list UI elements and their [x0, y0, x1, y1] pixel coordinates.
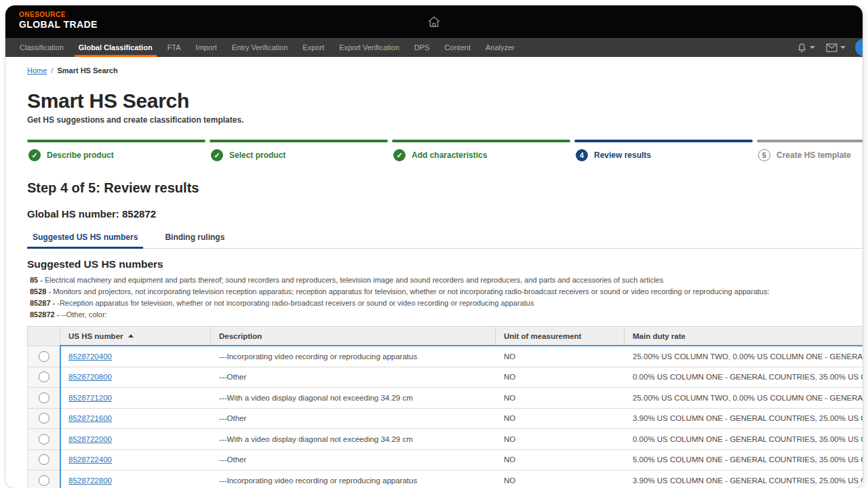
- main-nav: Classification Global Classification FTA…: [5, 38, 863, 57]
- hierarchy-line: 85287--Reception apparatus for televisio…: [30, 298, 863, 309]
- nav-item-classification[interactable]: Classification: [12, 38, 71, 57]
- step-describe-product[interactable]: Describe product: [27, 140, 205, 161]
- nav-item-export[interactable]: Export: [295, 38, 332, 57]
- hs-hierarchy: 85-Electrical machinery and equipment an…: [30, 274, 863, 321]
- step-number-badge: 5: [758, 149, 770, 161]
- hierarchy-code: 85: [30, 276, 38, 284]
- step-bar: [392, 140, 570, 142]
- row-description: ---With a video display diagonal not exc…: [211, 429, 496, 449]
- step-select-product[interactable]: Select product: [210, 140, 388, 161]
- bell-icon: [797, 43, 807, 53]
- header-description[interactable]: Description: [211, 327, 496, 346]
- hierarchy-text: Monitors and projectors, not incorporati…: [53, 287, 770, 296]
- row-unit: NO: [496, 450, 625, 470]
- table-row[interactable]: 8528722400 ---Other NO 5.00% US COLUMN O…: [27, 450, 863, 471]
- user-avatar[interactable]: [855, 39, 863, 56]
- nav-item-entry-verification[interactable]: Entry Verification: [224, 38, 296, 57]
- notifications-menu[interactable]: [791, 43, 821, 53]
- hs-number-link[interactable]: 8528722800: [68, 476, 112, 485]
- chevron-down-icon: [840, 46, 846, 49]
- row-duty-rate: 3.90% US COLUMN ONE - GENERAL COUNTRIES,…: [625, 409, 863, 429]
- home-icon[interactable]: [427, 16, 441, 28]
- table-row[interactable]: 8528720400 ---Incorporating video record…: [27, 346, 863, 367]
- step-label: Select product: [229, 150, 285, 160]
- hs-number-link[interactable]: 8528722400: [68, 455, 112, 464]
- nav-item-dps[interactable]: DPS: [407, 38, 437, 57]
- column-label: Unit of measurement: [504, 332, 581, 340]
- global-hs-number: Global HS number: 852872: [27, 208, 863, 220]
- table-row[interactable]: 8528722000 ---With a video display diago…: [27, 429, 863, 450]
- table-row[interactable]: 8528722800 ---Incorporating video record…: [27, 470, 863, 488]
- nav-item-content[interactable]: Content: [437, 38, 478, 57]
- step-label: Describe product: [47, 150, 114, 160]
- row-unit: NO: [496, 409, 625, 429]
- row-duty-rate: 3.90% US COLUMN ONE - GENERAL COUNTRIES,…: [625, 470, 863, 488]
- nav-item-fta[interactable]: FTA: [160, 38, 189, 57]
- header-main-duty-rate[interactable]: Main duty rate: [625, 327, 863, 346]
- nav-item-global-classification[interactable]: Global Classification: [71, 38, 160, 57]
- check-circle-icon: [211, 149, 223, 161]
- hierarchy-dash: -: [55, 310, 62, 319]
- breadcrumb-current: Smart HS Search: [57, 66, 117, 75]
- table-row[interactable]: 8528720800 ---Other NO 0.00% US COLUMN O…: [27, 367, 863, 388]
- sort-ascending-icon: [128, 334, 134, 338]
- breadcrumb: Home / Smart HS Search: [5, 57, 863, 75]
- step-bar: [27, 140, 205, 142]
- column-label: US HS number: [68, 332, 123, 340]
- step-bar: [210, 140, 388, 142]
- hs-number-link[interactable]: 8528720800: [68, 373, 112, 381]
- nav-item-analyzer[interactable]: Analyzer: [478, 38, 522, 57]
- column-label: Main duty rate: [633, 332, 686, 340]
- step-add-characteristics[interactable]: Add characteristics: [392, 140, 570, 161]
- results-tabs: Suggested US HS numbers Binding rulings: [27, 228, 863, 249]
- row-description: ---Other: [211, 367, 496, 388]
- step-label: Review results: [594, 150, 651, 160]
- row-radio-button[interactable]: [39, 454, 50, 465]
- step-label: Add characteristics: [412, 150, 487, 160]
- row-unit: NO: [496, 346, 625, 367]
- tab-binding-rulings[interactable]: Binding rulings: [159, 228, 230, 248]
- header-us-hs-number[interactable]: US HS number: [60, 327, 211, 346]
- header-unit-of-measurement[interactable]: Unit of measurement: [496, 327, 625, 346]
- page-subtitle: Get HS suggestions and create classifica…: [27, 115, 863, 125]
- nav-item-import[interactable]: Import: [189, 38, 224, 57]
- hierarchy-line: 8528-Monitors and projectors, not incorp…: [30, 286, 863, 298]
- row-radio-button[interactable]: [39, 392, 50, 403]
- hs-number-link[interactable]: 8528721600: [68, 414, 112, 422]
- row-radio-button[interactable]: [39, 434, 50, 445]
- row-duty-rate: 0.00% US COLUMN ONE - GENERAL COUNTRIES,…: [625, 367, 863, 388]
- breadcrumb-home-link[interactable]: Home: [27, 66, 47, 75]
- header-select-column: [28, 327, 60, 346]
- hierarchy-text: -Reception apparatus for television, whe…: [57, 299, 534, 307]
- row-unit: NO: [496, 470, 625, 488]
- column-label: Description: [219, 332, 262, 340]
- nav-item-export-verification[interactable]: Export Verification: [332, 38, 407, 57]
- app-window: ONESOURCE GLOBAL TRADE Classification Gl…: [5, 5, 863, 488]
- hs-number-link[interactable]: 8528720400: [68, 352, 112, 361]
- chevron-down-icon: [810, 46, 815, 49]
- hierarchy-dash: -: [38, 276, 45, 284]
- messages-menu[interactable]: [821, 43, 851, 52]
- hierarchy-code: 852872: [30, 310, 55, 319]
- hs-number-link[interactable]: 8528722000: [68, 435, 112, 443]
- row-duty-rate: 0.00% US COLUMN ONE - GENERAL COUNTRIES,…: [625, 429, 863, 449]
- hierarchy-dash: -: [51, 299, 58, 307]
- tab-suggested-us-hs-numbers[interactable]: Suggested US HS numbers: [27, 228, 143, 248]
- row-radio-button[interactable]: [39, 371, 50, 382]
- step-create-hs-template[interactable]: 5 Create HS template: [757, 140, 863, 161]
- row-radio-button[interactable]: [39, 351, 50, 362]
- step-review-results[interactable]: 4 Review results: [574, 140, 753, 161]
- progress-stepper: Describe product Select product Add char…: [27, 140, 863, 161]
- envelope-icon: [826, 43, 837, 52]
- hs-number-link[interactable]: 8528721200: [68, 394, 112, 402]
- nav-utilities: [791, 38, 863, 57]
- row-description: ---With a video display diagonal not exc…: [211, 388, 496, 408]
- row-radio-button[interactable]: [39, 413, 50, 424]
- check-circle-icon: [28, 149, 41, 161]
- step-number-badge: 4: [576, 149, 588, 161]
- brand-global-trade: GLOBAL TRADE: [19, 19, 98, 30]
- row-radio-button[interactable]: [39, 475, 50, 486]
- table-row[interactable]: 8528721200 ---With a video display diago…: [27, 388, 863, 409]
- row-unit: NO: [496, 429, 625, 449]
- table-row[interactable]: 8528721600 ---Other NO 3.90% US COLUMN O…: [27, 409, 863, 430]
